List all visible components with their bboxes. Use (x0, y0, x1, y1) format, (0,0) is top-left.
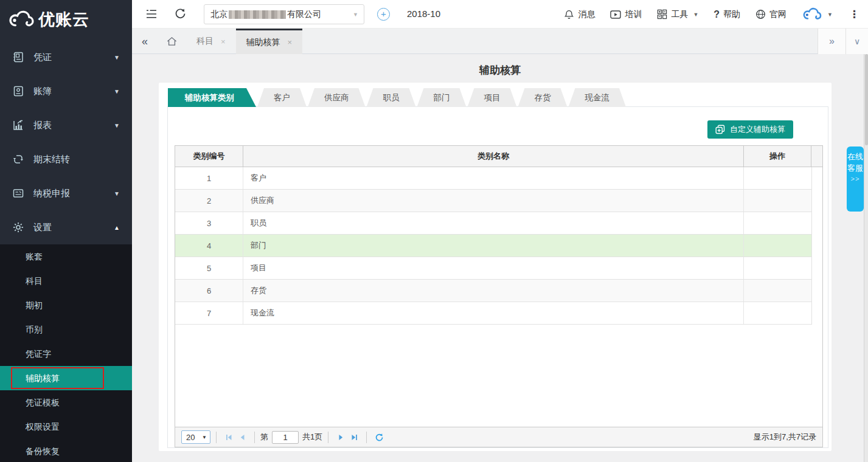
company-select[interactable]: 北京 有限公司 ▼ (204, 4, 364, 24)
open-tab-subjects[interactable]: 科目 × (186, 29, 236, 54)
sidebar-item-settings[interactable]: 设置 ▲ (0, 210, 132, 244)
help-label: 帮助 (723, 9, 740, 20)
sidebar-item-label: 报表 (33, 120, 52, 131)
tools-menu-item[interactable]: 工具 ▼ (657, 9, 698, 20)
tab-departments[interactable]: 部门 (417, 88, 467, 107)
sidebar-item-voucher[interactable]: 凭证 ▼ (0, 40, 132, 74)
refresh-icon[interactable] (175, 8, 186, 19)
last-page-button[interactable] (347, 430, 361, 444)
submenu-item-opening[interactable]: 期初 (0, 293, 132, 317)
cell-actions (744, 167, 811, 189)
page-number-input[interactable] (272, 431, 299, 444)
pagination-bar: 20 ▼ 第 共1页 (175, 427, 822, 447)
page-size-value: 20 (186, 433, 195, 442)
sidebar-item-ledger[interactable]: 账簿 ▼ (0, 74, 132, 108)
close-icon[interactable]: × (288, 38, 293, 47)
submenu-item-currency[interactable]: 币别 (0, 317, 132, 342)
grid-header: 类别编号 类别名称 操作 (175, 146, 822, 167)
scrollbar-thumb[interactable] (865, 54, 868, 145)
custom-auxiliary-button[interactable]: 自定义辅助核算 (707, 120, 793, 139)
tools-grid-icon (657, 9, 667, 19)
gear-icon (12, 221, 24, 233)
cell-actions (744, 257, 811, 279)
tab-projects[interactable]: 项目 (468, 88, 517, 107)
company-name-redacted (229, 10, 286, 19)
messages-menu-item[interactable]: 消息 (564, 9, 595, 20)
cell-category-name: 现金流 (243, 302, 744, 324)
chevron-up-icon: ▲ (114, 224, 120, 231)
cell-actions (744, 280, 811, 302)
submenu-item-permissions[interactable]: 权限设置 (0, 415, 132, 439)
collapse-sidebar-icon[interactable] (146, 9, 158, 19)
tab-suppliers[interactable]: 供应商 (308, 88, 366, 107)
scroll-tabs-left-icon[interactable]: « (132, 29, 158, 54)
page-title: 辅助核算 (132, 63, 868, 77)
account-cloud-menu-item[interactable]: ▼ (802, 7, 833, 22)
submenu-label: 辅助核算 (26, 373, 60, 383)
submenu-item-subjects[interactable]: 科目 (0, 269, 132, 293)
sidebar: 优账云 凭证 ▼ 账簿 ▼ 报表 ▼ (0, 0, 132, 462)
chevron-down-icon: ▼ (114, 122, 120, 129)
column-header-id[interactable]: 类别编号 (175, 146, 243, 167)
submenu-item-account-set[interactable]: 账套 (0, 244, 132, 269)
tab-label: 辅助核算 (246, 37, 280, 48)
submenu-item-voucher-word[interactable]: 凭证字 (0, 342, 132, 366)
grid-body: 1 客户 2 供应商 3 职员 (175, 167, 822, 325)
close-icon[interactable]: × (221, 37, 226, 46)
table-row-highlighted[interactable]: 4 部门 (175, 235, 812, 257)
table-row[interactable]: 6 存货 (175, 280, 812, 302)
help-menu-item[interactable]: ? 帮助 (713, 9, 740, 20)
table-row[interactable]: 5 项目 (175, 257, 812, 280)
messages-label: 消息 (578, 9, 595, 20)
training-menu-item[interactable]: 培训 (610, 9, 642, 20)
sidebar-item-label: 账簿 (33, 86, 52, 97)
submenu-label: 科目 (26, 276, 43, 286)
home-icon[interactable] (158, 29, 186, 54)
kebab-menu-icon[interactable]: ⋮ (848, 8, 861, 21)
submenu-item-auxiliary-accounting[interactable]: 辅助核算 (0, 366, 132, 390)
table-row[interactable]: 3 职员 (175, 212, 812, 235)
page-size-select[interactable]: 20 ▼ (181, 430, 210, 444)
column-header-actions[interactable]: 操作 (744, 146, 811, 167)
page-scrollbar[interactable] (864, 54, 868, 462)
tab-employees[interactable]: 职员 (367, 88, 416, 107)
cell-category-id: 1 (175, 167, 243, 189)
table-row[interactable]: 2 供应商 (175, 190, 812, 212)
scroll-tabs-right-icon[interactable]: » (818, 29, 845, 54)
tab-customers[interactable]: 客户 (257, 88, 307, 107)
reload-grid-icon[interactable] (372, 430, 386, 444)
tab-auxiliary-category[interactable]: 辅助核算类别 (168, 88, 256, 107)
sidebar-item-reports[interactable]: 报表 ▼ (0, 108, 132, 142)
sidebar-item-period-end[interactable]: 期末结转 (0, 142, 132, 176)
chevron-down-icon: ▼ (114, 190, 120, 197)
submenu-label: 权限设置 (26, 422, 60, 432)
submenu-item-backup-restore[interactable]: 备份恢复 (0, 439, 132, 462)
sidebar-item-tax-filing[interactable]: 纳税申报 ▼ (0, 176, 132, 210)
ledger-icon (12, 85, 24, 97)
cell-actions (744, 235, 811, 257)
copy-plus-icon (715, 125, 725, 134)
open-tab-auxiliary-accounting[interactable]: 辅助核算 × (236, 29, 303, 54)
cell-category-id: 3 (175, 212, 243, 234)
column-header-name[interactable]: 类别名称 (243, 146, 744, 167)
cell-category-id: 2 (175, 190, 243, 212)
cell-category-name: 客户 (243, 167, 744, 189)
app-root: 优账云 凭证 ▼ 账簿 ▼ 报表 ▼ (0, 0, 868, 462)
next-page-button[interactable] (334, 430, 347, 444)
table-row[interactable]: 7 现金流 (175, 302, 812, 325)
tab-list-dropdown-icon[interactable]: ∨ (845, 29, 868, 54)
cloud-logo-icon (7, 9, 35, 30)
online-service-tab[interactable]: 在线客服 >> (847, 147, 864, 212)
pager-divider (366, 432, 367, 443)
submenu-item-voucher-template[interactable]: 凭证模板 (0, 390, 132, 415)
official-site-menu-item[interactable]: 官网 (755, 9, 786, 20)
tab-cashflow[interactable]: 现金流 (569, 88, 627, 107)
table-row[interactable]: 1 客户 (175, 167, 812, 190)
video-icon (610, 10, 621, 19)
first-page-button[interactable] (222, 430, 235, 444)
add-account-set-button[interactable]: + (377, 8, 390, 21)
tab-inventory[interactable]: 存货 (518, 88, 568, 107)
caret-down-icon: ▼ (827, 12, 833, 18)
accounting-period[interactable]: 2018-10 (407, 9, 440, 19)
prev-page-button[interactable] (235, 430, 249, 444)
